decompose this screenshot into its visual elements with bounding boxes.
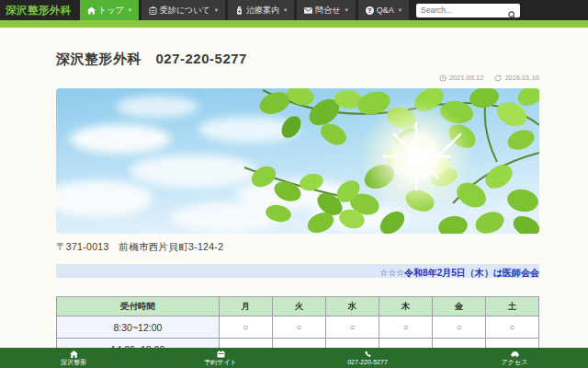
footer-bar: 深沢整形 予約サイト 027-220-5277 アクセス: [0, 348, 588, 368]
calendar-icon: [217, 351, 225, 358]
nav-item-label: Q&A: [377, 6, 394, 15]
footer-item-phone[interactable]: 027-220-5277: [294, 348, 441, 368]
updated-date: 2026.01.10: [504, 74, 539, 82]
home-icon: [70, 351, 78, 358]
notice-marquee: ☆☆☆令和8年2月5日（木）は医師会会: [56, 264, 539, 278]
col-header-time: 受付時間: [57, 297, 220, 316]
nav-item-top[interactable]: トップ ▾: [80, 0, 139, 20]
availability-mark: ○: [379, 316, 432, 339]
top-navbar: 深沢整形外科 トップ ▾ 受診について ▾ 治療案内 ▾ 問合せ ▾ ? Q&A…: [0, 0, 588, 20]
refresh-icon: [494, 75, 502, 82]
nav-item-qa[interactable]: ? Q&A ▾: [358, 0, 409, 20]
col-header-thu: 木: [379, 297, 432, 316]
col-header-mon: 月: [219, 297, 272, 316]
clock-icon: [439, 75, 447, 82]
footer-item-reservation[interactable]: 予約サイト: [147, 348, 294, 368]
accent-strip: [0, 20, 588, 28]
nav-item-contact[interactable]: 問合せ ▾: [297, 0, 355, 20]
col-header-sat: 土: [485, 297, 538, 316]
footer-item-label: 予約サイト: [204, 359, 237, 365]
availability-mark: ○: [432, 316, 485, 339]
chevron-down-icon: ▾: [215, 6, 218, 14]
col-header-tue: 火: [272, 297, 325, 316]
envelope-icon: [304, 6, 312, 15]
leaves-sun-sky-illustration: [56, 88, 539, 234]
home-icon: [87, 6, 96, 15]
table-row: 8:30~12:00 ○ ○ ○ ○ ○ ○: [57, 316, 539, 339]
table-header-row: 受付時間 月 火 水 木 金 土: [57, 297, 539, 316]
availability-mark: ○: [272, 316, 325, 339]
main-content: 深沢整形外科 027-220-5277 2021.03.12 2026.01.1…: [56, 51, 539, 361]
search-icon[interactable]: [508, 6, 516, 15]
nav-item-label: 受診について: [160, 5, 210, 17]
published-date: 2021.03.12: [449, 74, 484, 82]
footer-item-access[interactable]: アクセス: [441, 348, 588, 368]
clipboard-icon: [149, 6, 157, 15]
search-input[interactable]: [416, 4, 520, 17]
nav-item-chiryo[interactable]: 治療案内 ▾: [228, 0, 294, 20]
chevron-down-icon: ▾: [129, 6, 131, 14]
time-slot: 8:30~12:00: [57, 316, 220, 339]
col-header-wed: 水: [325, 297, 379, 316]
nav-item-label: トップ: [98, 5, 124, 17]
notice-text: ☆☆☆令和8年2月5日（木）は医師会会: [379, 268, 539, 278]
medicine-bottle-icon: [235, 6, 243, 15]
hero-image: [56, 88, 539, 234]
phone-icon: [364, 351, 372, 358]
availability-mark: ○: [485, 316, 538, 339]
footer-item-label: アクセス: [502, 359, 528, 365]
page-meta: 2021.03.12 2026.01.10: [56, 74, 539, 82]
nav-item-label: 問合せ: [315, 5, 340, 17]
site-brand[interactable]: 深沢整形外科: [6, 4, 72, 17]
availability-mark: ○: [325, 316, 379, 339]
footer-item-label: 深沢整形: [61, 359, 86, 365]
chevron-down-icon: ▾: [284, 6, 287, 14]
clinic-address: 〒371-0013 前橋市西片貝町3-124-2: [56, 241, 539, 254]
col-header-fri: 金: [432, 297, 485, 316]
search-box: [416, 4, 520, 17]
nav-item-label: 治療案内: [246, 5, 279, 17]
footer-item-home[interactable]: 深沢整形: [0, 348, 147, 368]
chevron-down-icon: ▾: [345, 6, 348, 14]
nav-item-jushin[interactable]: 受診について ▾: [141, 0, 225, 20]
chevron-down-icon: ▾: [399, 6, 401, 14]
car-icon: [511, 351, 519, 358]
question-circle-icon: ?: [366, 6, 374, 15]
page-title: 深沢整形外科 027-220-5277: [56, 51, 539, 68]
availability-mark: ○: [219, 316, 272, 339]
footer-item-label: 027-220-5277: [347, 359, 388, 365]
